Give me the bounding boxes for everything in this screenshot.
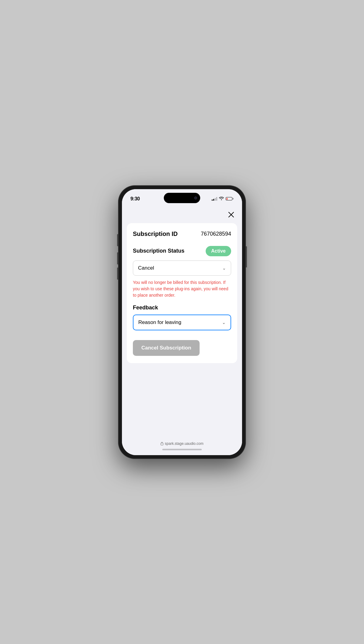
cancel-subscription-button[interactable]: Cancel Subscription	[133, 340, 200, 356]
url-bar: spark.stage.uaudio.com	[160, 441, 203, 446]
status-badge: Active	[206, 246, 231, 256]
phone-frame: 9:30	[118, 186, 246, 459]
action-dropdown-label: Cancel	[138, 265, 154, 271]
wifi-icon	[219, 196, 224, 201]
chevron-down-icon-reason: ⌄	[222, 320, 226, 325]
signal-icon	[212, 197, 217, 201]
url-text: spark.stage.uaudio.com	[165, 441, 203, 446]
warning-text: You will no longer be billed for this su…	[133, 279, 231, 298]
status-bar: 9:30	[122, 189, 242, 204]
subscription-status-row: Subscription Status Active	[133, 246, 231, 256]
home-indicator	[162, 449, 202, 450]
close-button[interactable]	[226, 210, 236, 220]
bottom-bar: spark.stage.uaudio.com	[122, 439, 242, 455]
battery-icon	[226, 197, 234, 200]
reason-dropdown-label: Reason for leaving	[138, 319, 181, 325]
subscription-status-label: Subscription Status	[133, 248, 184, 254]
phone-screen: 9:30	[122, 189, 242, 455]
camera-dot	[194, 196, 197, 199]
status-icons	[212, 196, 234, 201]
reason-dropdown[interactable]: Reason for leaving ⌄	[133, 315, 231, 330]
feedback-label: Feedback	[133, 305, 231, 311]
close-row	[127, 207, 237, 223]
subscription-id-row: Subscription ID 7670628594	[133, 230, 231, 237]
action-dropdown[interactable]: Cancel ⌄	[133, 261, 231, 276]
chevron-down-icon: ⌄	[222, 266, 226, 271]
page-content: Subscription ID 7670628594 Subscription …	[122, 204, 242, 439]
status-time: 9:30	[130, 196, 140, 202]
subscription-id-value: 7670628594	[201, 231, 231, 237]
svg-rect-2	[161, 443, 163, 445]
subscription-card: Subscription ID 7670628594 Subscription …	[127, 223, 237, 363]
dynamic-island	[164, 193, 200, 203]
subscription-id-label: Subscription ID	[133, 230, 178, 237]
